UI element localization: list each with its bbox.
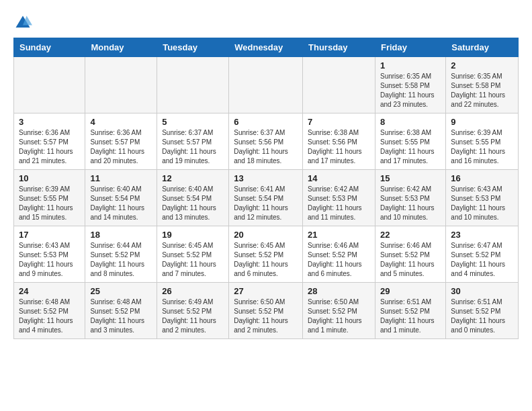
day-info: Sunrise: 6:35 AM Sunset: 5:58 PM Dayligh… [380,72,441,109]
day-of-week-header: Sunday [14,38,85,57]
logo-icon [13,13,32,32]
calendar-day-cell: 5Sunrise: 6:37 AM Sunset: 5:57 PM Daylig… [157,113,229,170]
calendar-day-cell: 13Sunrise: 6:41 AM Sunset: 5:54 PM Dayli… [229,170,303,226]
calendar-day-cell: 27Sunrise: 6:50 AM Sunset: 5:52 PM Dayli… [229,283,303,339]
day-number: 25 [90,286,152,296]
day-number: 6 [234,117,298,127]
calendar-day-cell: 18Sunrise: 6:44 AM Sunset: 5:52 PM Dayli… [85,226,157,283]
calendar-day-cell: 16Sunrise: 6:43 AM Sunset: 5:53 PM Dayli… [446,170,519,226]
day-info: Sunrise: 6:41 AM Sunset: 5:54 PM Dayligh… [234,185,298,222]
header [13,11,519,32]
day-info: Sunrise: 6:46 AM Sunset: 5:52 PM Dayligh… [308,241,370,279]
day-of-week-header: Monday [85,38,157,57]
day-of-week-header: Saturday [446,38,519,57]
calendar-day-cell: 15Sunrise: 6:42 AM Sunset: 5:53 PM Dayli… [375,170,445,226]
calendar-day-cell: 30Sunrise: 6:51 AM Sunset: 5:52 PM Dayli… [446,283,519,339]
day-number: 13 [234,173,298,183]
day-number: 14 [308,173,370,183]
calendar-day-cell [157,57,229,113]
day-info: Sunrise: 6:43 AM Sunset: 5:53 PM Dayligh… [451,185,513,222]
calendar-day-cell: 7Sunrise: 6:38 AM Sunset: 5:56 PM Daylig… [303,113,375,170]
day-number: 7 [308,117,370,127]
day-number: 30 [451,286,513,296]
calendar-day-cell: 23Sunrise: 6:47 AM Sunset: 5:52 PM Dayli… [446,226,519,283]
day-info: Sunrise: 6:38 AM Sunset: 5:56 PM Dayligh… [308,128,370,166]
day-number: 2 [451,60,513,71]
day-info: Sunrise: 6:50 AM Sunset: 5:52 PM Dayligh… [234,298,298,335]
calendar-day-cell: 9Sunrise: 6:39 AM Sunset: 5:55 PM Daylig… [446,113,519,170]
day-number: 10 [19,173,80,183]
day-info: Sunrise: 6:36 AM Sunset: 5:57 PM Dayligh… [90,128,152,166]
calendar-day-cell [229,57,303,113]
day-info: Sunrise: 6:36 AM Sunset: 5:57 PM Dayligh… [19,128,80,166]
day-number: 27 [234,286,298,296]
calendar-day-cell: 11Sunrise: 6:40 AM Sunset: 5:54 PM Dayli… [85,170,157,226]
day-number: 1 [380,60,441,71]
day-number: 20 [234,230,298,240]
calendar-day-cell: 10Sunrise: 6:39 AM Sunset: 5:55 PM Dayli… [14,170,85,226]
day-number: 22 [380,230,441,240]
calendar-day-cell: 4Sunrise: 6:36 AM Sunset: 5:57 PM Daylig… [85,113,157,170]
calendar-day-cell [14,57,85,113]
calendar-day-cell: 20Sunrise: 6:45 AM Sunset: 5:52 PM Dayli… [229,226,303,283]
day-info: Sunrise: 6:35 AM Sunset: 5:58 PM Dayligh… [451,72,513,109]
calendar-day-cell: 12Sunrise: 6:40 AM Sunset: 5:54 PM Dayli… [157,170,229,226]
day-info: Sunrise: 6:44 AM Sunset: 5:52 PM Dayligh… [90,241,152,279]
day-info: Sunrise: 6:40 AM Sunset: 5:54 PM Dayligh… [90,185,152,222]
day-info: Sunrise: 6:38 AM Sunset: 5:55 PM Dayligh… [380,128,441,166]
day-number: 9 [451,117,513,127]
day-number: 21 [308,230,370,240]
day-info: Sunrise: 6:39 AM Sunset: 5:55 PM Dayligh… [19,185,80,222]
day-info: Sunrise: 6:37 AM Sunset: 5:57 PM Dayligh… [162,128,224,166]
day-number: 11 [90,173,152,183]
day-of-week-header: Friday [375,38,445,57]
day-info: Sunrise: 6:45 AM Sunset: 5:52 PM Dayligh… [234,241,298,279]
calendar-day-cell: 2Sunrise: 6:35 AM Sunset: 5:58 PM Daylig… [446,57,519,113]
calendar-day-cell: 1Sunrise: 6:35 AM Sunset: 5:58 PM Daylig… [375,57,445,113]
calendar-table: SundayMondayTuesdayWednesdayThursdayFrid… [13,38,519,339]
calendar-day-cell: 26Sunrise: 6:49 AM Sunset: 5:52 PM Dayli… [157,283,229,339]
day-info: Sunrise: 6:39 AM Sunset: 5:55 PM Dayligh… [451,128,513,166]
day-of-week-header: Wednesday [229,38,303,57]
day-number: 17 [19,230,80,240]
calendar-day-cell [303,57,375,113]
day-info: Sunrise: 6:51 AM Sunset: 5:52 PM Dayligh… [380,298,441,335]
logo [13,13,35,32]
day-info: Sunrise: 6:49 AM Sunset: 5:52 PM Dayligh… [162,298,224,335]
day-number: 15 [380,173,441,183]
calendar-week-row: 17Sunrise: 6:43 AM Sunset: 5:53 PM Dayli… [14,226,519,283]
calendar-day-cell: 29Sunrise: 6:51 AM Sunset: 5:52 PM Dayli… [375,283,445,339]
calendar-day-cell: 6Sunrise: 6:37 AM Sunset: 5:56 PM Daylig… [229,113,303,170]
day-info: Sunrise: 6:47 AM Sunset: 5:52 PM Dayligh… [451,241,513,279]
calendar-day-cell: 22Sunrise: 6:46 AM Sunset: 5:52 PM Dayli… [375,226,445,283]
day-info: Sunrise: 6:42 AM Sunset: 5:53 PM Dayligh… [308,185,370,222]
day-info: Sunrise: 6:51 AM Sunset: 5:52 PM Dayligh… [451,298,513,335]
calendar-day-cell: 25Sunrise: 6:48 AM Sunset: 5:52 PM Dayli… [85,283,157,339]
day-number: 3 [19,117,80,127]
calendar-week-row: 10Sunrise: 6:39 AM Sunset: 5:55 PM Dayli… [14,170,519,226]
day-number: 28 [308,286,370,296]
day-number: 12 [162,173,224,183]
day-info: Sunrise: 6:50 AM Sunset: 5:52 PM Dayligh… [308,298,370,335]
day-info: Sunrise: 6:48 AM Sunset: 5:52 PM Dayligh… [19,298,80,335]
day-number: 23 [451,230,513,240]
day-number: 29 [380,286,441,296]
day-number: 5 [162,117,224,127]
day-number: 18 [90,230,152,240]
calendar-day-cell: 14Sunrise: 6:42 AM Sunset: 5:53 PM Dayli… [303,170,375,226]
calendar-day-cell: 3Sunrise: 6:36 AM Sunset: 5:57 PM Daylig… [14,113,85,170]
day-of-week-header: Thursday [303,38,375,57]
calendar-day-cell: 8Sunrise: 6:38 AM Sunset: 5:55 PM Daylig… [375,113,445,170]
day-info: Sunrise: 6:43 AM Sunset: 5:53 PM Dayligh… [19,241,80,279]
day-info: Sunrise: 6:42 AM Sunset: 5:53 PM Dayligh… [380,185,441,222]
calendar-day-cell: 17Sunrise: 6:43 AM Sunset: 5:53 PM Dayli… [14,226,85,283]
calendar-day-cell: 21Sunrise: 6:46 AM Sunset: 5:52 PM Dayli… [303,226,375,283]
day-number: 26 [162,286,224,296]
calendar-day-cell [85,57,157,113]
calendar-header-row: SundayMondayTuesdayWednesdayThursdayFrid… [14,38,519,57]
calendar-week-row: 24Sunrise: 6:48 AM Sunset: 5:52 PM Dayli… [14,283,519,339]
day-info: Sunrise: 6:40 AM Sunset: 5:54 PM Dayligh… [162,185,224,222]
day-info: Sunrise: 6:46 AM Sunset: 5:52 PM Dayligh… [380,241,441,279]
day-of-week-header: Tuesday [157,38,229,57]
calendar-day-cell: 28Sunrise: 6:50 AM Sunset: 5:52 PM Dayli… [303,283,375,339]
